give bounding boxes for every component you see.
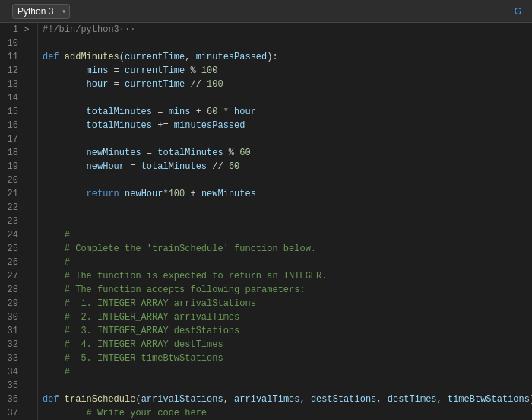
line-number: 10 (0, 37, 37, 50)
token-var: currentTime (125, 79, 185, 90)
code-line (43, 215, 532, 228)
language-dropdown[interactable]: Python 3 (12, 4, 70, 19)
code-line (43, 91, 532, 105)
line-num-label: 1 (0, 23, 21, 37)
token-cm: # 2. INTEGER_ARRAY arrivalTimes (43, 312, 239, 323)
line-number: 18 (0, 146, 37, 160)
token-var: mins (169, 107, 191, 117)
code-line: newHour = totalMinutes // 60 (43, 160, 532, 173)
fold-arrow: > (21, 23, 32, 37)
token-cm: # (43, 257, 70, 268)
code-line: hour = currentTime // 100 (43, 78, 532, 91)
line-number: 12 (0, 64, 37, 78)
code-editor[interactable]: 1>10111213141516171819202122232425262728… (0, 23, 532, 420)
line-num-label: 19 (0, 160, 21, 173)
line-num-label: 13 (0, 78, 21, 91)
code-line (43, 379, 532, 393)
token-cm: # 1. INTEGER_ARRAY arrivalStations (43, 298, 256, 309)
code-line: totalMinutes = mins + 60 * hour (43, 105, 532, 119)
token-cm: # The function accepts following paramet… (43, 285, 306, 295)
line-number: 31 (0, 324, 37, 338)
token-num: 100 (207, 79, 223, 90)
token-cm: # 5. INTEGER timeBtwStations (43, 353, 223, 364)
code-line: # 4. INTEGER_ARRAY destTimes (43, 338, 532, 352)
token-plain: * (163, 189, 168, 199)
token-plain: = (108, 65, 125, 76)
code-line: return newHour*100 + newMinutes (43, 187, 532, 201)
line-number: 17 (0, 132, 37, 146)
token-plain: // (185, 79, 207, 90)
line-num-label: 23 (0, 215, 21, 228)
token-plain (43, 161, 87, 172)
line-num-label: 18 (0, 146, 21, 160)
token-var: minutesPassed (174, 120, 245, 131)
token-param: arrivalStations (141, 394, 223, 405)
line-number: 37 (0, 406, 37, 420)
token-cm: # The function is expected to return an … (43, 271, 327, 282)
code-line: #!/bin/python3··· (43, 23, 532, 37)
line-num-label: 17 (0, 132, 21, 146)
line-number: 32 (0, 338, 37, 352)
line-number: 22 (0, 201, 37, 215)
token-plain: , (437, 394, 448, 405)
code-line: # (43, 256, 532, 269)
line-num-label: 21 (0, 187, 21, 201)
code-line: # 3. INTEGER_ARRAY destStations (43, 324, 532, 338)
code-line (43, 173, 532, 187)
token-plain (43, 107, 87, 117)
token-plain: ): (267, 52, 277, 62)
line-num-label: 34 (0, 365, 21, 379)
code-line: # 5. INTEGER timeBtwStations (43, 352, 532, 365)
line-number: 19 (0, 160, 37, 173)
line-num-label: 20 (0, 173, 21, 187)
token-plain (43, 408, 87, 418)
token-plain: = (152, 107, 169, 117)
line-num-label: 31 (0, 324, 21, 338)
line-num-label: 30 (0, 310, 21, 324)
token-plain: % (223, 148, 240, 158)
line-num-label: 28 (0, 283, 21, 297)
line-number: 1> (0, 23, 37, 37)
token-plain: // (207, 161, 229, 172)
token-plain: , (223, 394, 234, 405)
code-lines: #!/bin/python3···def addMinutes(currentT… (38, 23, 532, 420)
line-num-label: 16 (0, 119, 21, 132)
token-var: totalMinutes (141, 161, 207, 172)
token-plain: % (185, 65, 201, 76)
token-cm: # (43, 367, 70, 377)
line-number: 25 (0, 242, 37, 256)
token-plain: ( (119, 52, 125, 62)
line-number: 30 (0, 310, 37, 324)
line-number: 36 (0, 393, 37, 406)
token-param: destStations (311, 394, 376, 405)
line-number: 16 (0, 119, 37, 132)
line-num-label: 37 (0, 406, 21, 420)
token-ellipsis: #!/bin/python3··· (43, 24, 135, 35)
line-number: 14 (0, 91, 37, 105)
language-dropdown-wrapper[interactable]: Python 3 ▾ (12, 4, 70, 19)
token-plain: + (190, 107, 207, 117)
token-fn: trainSchedule (65, 394, 136, 405)
code-line: newMinutes = totalMinutes % 60 (43, 146, 532, 160)
line-number: 27 (0, 269, 37, 283)
code-line: def addMinutes(currentTime, minutesPasse… (43, 50, 532, 64)
token-num: 60 (229, 161, 239, 172)
code-line: def trainSchedule(arrivalStations, arriv… (43, 393, 532, 406)
token-param: timeBtwStations (448, 394, 530, 405)
code-line (43, 201, 532, 215)
line-number: 35 (0, 379, 37, 393)
token-plain: , (300, 394, 311, 405)
token-plain (43, 148, 87, 158)
token-plain: * (217, 107, 234, 117)
token-param: destTimes (388, 394, 437, 405)
token-num: 60 (207, 107, 217, 117)
token-param: minutesPassed (196, 52, 268, 62)
token-var: newMinutes (87, 148, 141, 158)
language-selector: Python 3 ▾ (8, 4, 74, 19)
token-var: hour (234, 107, 256, 117)
autocomplete-button[interactable]: G (515, 6, 524, 17)
line-num-label: 35 (0, 379, 21, 393)
token-kw: def (43, 394, 65, 405)
editor-container: Python 3 ▾ G 1>1011121314151617181920212… (0, 0, 532, 420)
code-line: # 2. INTEGER_ARRAY arrivalTimes (43, 310, 532, 324)
